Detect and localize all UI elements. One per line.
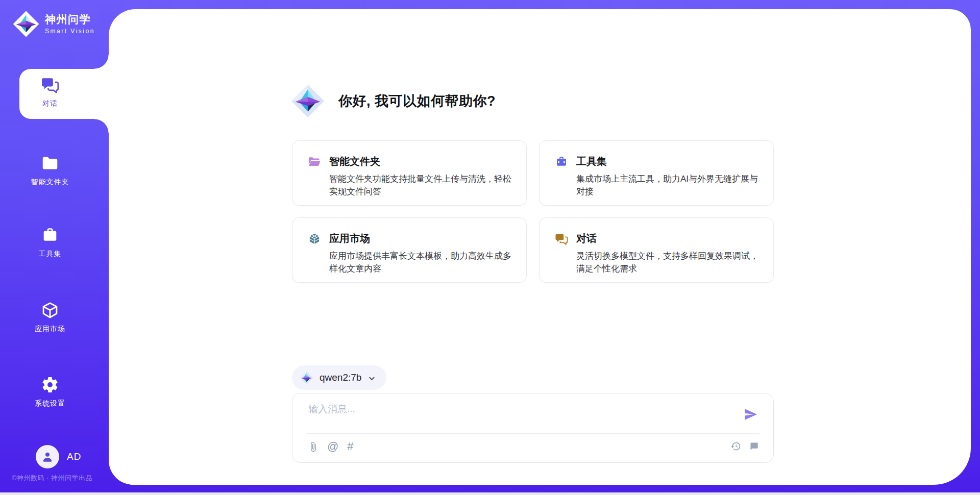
brand-name: 神州问学	[45, 13, 95, 26]
card-chat[interactable]: 对话 灵活切换多模型文件，支持多样回复效果调试，满足个性化需求	[539, 217, 774, 283]
sidebar-item-label: 工具集	[39, 250, 62, 259]
card-app-market[interactable]: 应用市场 应用市场提供丰富长文本模板，助力高效生成多样化文章内容	[292, 217, 527, 283]
sidebar-item-settings[interactable]: 系统设置	[0, 376, 100, 408]
user-account[interactable]: AD	[36, 445, 81, 468]
greeting-gem-icon	[290, 84, 325, 118]
brand-subtitle: Smart Vision	[45, 28, 95, 35]
card-description: 灵活切换多模型文件，支持多样回复效果调试，满足个性化需求	[576, 250, 759, 275]
app-logo: 神州问学 Smart Vision	[12, 10, 95, 38]
user-name: AD	[67, 451, 81, 462]
sidebar-item-smart-folders[interactable]: 智能文件夹	[0, 154, 100, 187]
hashtag-button[interactable]: #	[347, 441, 353, 452]
chat-bubble-icon	[749, 441, 760, 452]
cube-icon	[41, 301, 59, 319]
apps-cube-icon	[308, 232, 321, 245]
active-tab-fillet-bottom	[94, 119, 109, 133]
send-icon	[743, 407, 758, 422]
toolbox-icon	[555, 155, 568, 168]
card-description: 智能文件夹功能支持批量文件上传与清洗，轻松实现文件问答	[329, 173, 512, 198]
card-toolset[interactable]: 工具集 集成市场上主流工具，助力AI与外界无缝扩展与对接	[539, 140, 774, 206]
card-title: 应用市场	[329, 232, 370, 245]
folder-icon	[41, 154, 59, 172]
card-smart-folders[interactable]: 智能文件夹 智能文件夹功能支持批量文件上传与清洗，轻松实现文件问答	[292, 140, 527, 206]
composer-right-toolbar	[730, 441, 760, 452]
chat-bubbles-icon	[41, 76, 59, 94]
sidebar-item-label: 应用市场	[35, 325, 65, 334]
message-input[interactable]	[308, 403, 727, 429]
person-icon	[41, 450, 54, 463]
paperclip-icon	[308, 441, 318, 452]
chat-bubbles-icon	[555, 232, 568, 245]
toolbox-icon	[41, 226, 59, 244]
sidebar: 神州问学 Smart Vision 对话 智能文件夹 工具集 应用市场 系统设置…	[0, 0, 109, 492]
attach-button[interactable]	[308, 441, 318, 452]
card-description: 集成市场上主流工具，助力AI与外界无缝扩展与对接	[576, 173, 759, 198]
sidebar-item-label: 智能文件夹	[31, 178, 69, 187]
sidebar-item-chat[interactable]: 对话	[0, 76, 100, 108]
send-button[interactable]	[743, 407, 760, 423]
composer-divider	[306, 433, 760, 434]
model-name: qwen2:7b	[320, 372, 361, 383]
open-folder-icon	[308, 155, 321, 168]
card-title: 智能文件夹	[329, 155, 380, 168]
avatar[interactable]	[36, 445, 59, 468]
sidebar-item-label: 系统设置	[35, 399, 65, 408]
model-gem-icon	[300, 371, 313, 385]
sidebar-item-app-market[interactable]: 应用市场	[0, 301, 100, 334]
hash-icon: #	[347, 441, 353, 452]
greeting-title: 你好, 我可以如何帮助你?	[338, 92, 496, 110]
message-composer: @ #	[292, 393, 774, 463]
main-panel: 你好, 我可以如何帮助你? 智能文件夹 智能文件夹功能支持批量文件上传与清洗，轻…	[109, 9, 971, 485]
model-selector[interactable]: qwen2:7b	[292, 365, 386, 390]
brand-gem-icon	[12, 10, 40, 38]
mention-button[interactable]: @	[327, 441, 338, 452]
sidebar-item-label: 对话	[42, 99, 58, 108]
at-icon: @	[327, 441, 338, 452]
copyright-footer: ©神州数码 · 神州问学出品	[0, 474, 104, 483]
gear-icon	[41, 376, 59, 394]
quick-chat-button[interactable]	[749, 441, 760, 452]
history-icon	[730, 441, 741, 452]
card-description: 应用市场提供丰富长文本模板，助力高效生成多样化文章内容	[329, 250, 512, 275]
history-button[interactable]	[730, 441, 741, 452]
sidebar-item-toolset[interactable]: 工具集	[0, 226, 100, 259]
welcome-header: 你好, 我可以如何帮助你?	[290, 84, 496, 118]
active-tab-fillet-top	[94, 55, 109, 69]
chevron-down-icon	[368, 373, 376, 383]
composer-toolbar: @ #	[308, 441, 354, 452]
page-bottom-edge	[0, 492, 980, 495]
feature-cards: 智能文件夹 智能文件夹功能支持批量文件上传与清洗，轻松实现文件问答 工具集 集成…	[292, 140, 774, 283]
card-title: 工具集	[576, 155, 607, 168]
card-title: 对话	[576, 232, 597, 245]
